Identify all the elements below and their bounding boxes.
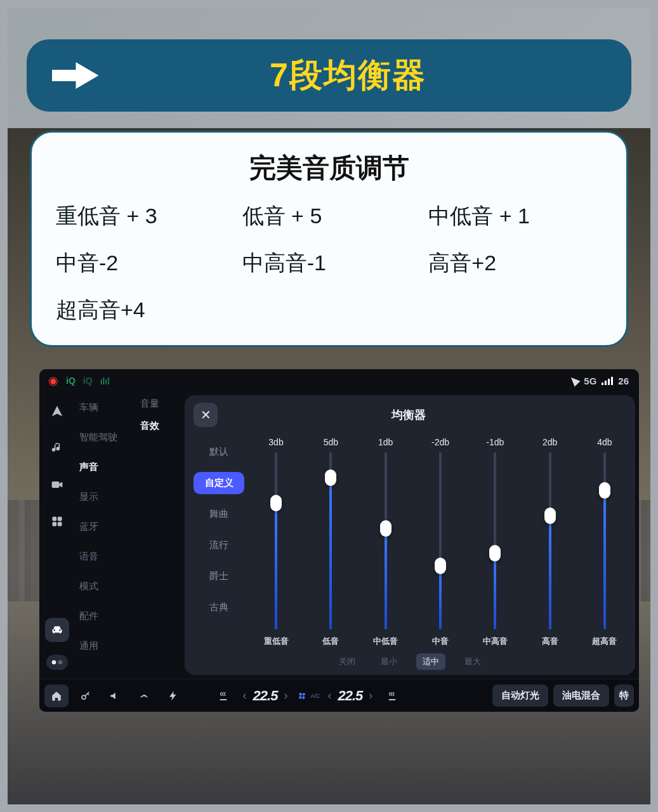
home-button[interactable] <box>44 684 69 707</box>
bottom-climate-bar: ‹ 22.5 › 自动 A/C A/C ‹ 22.5 › 自动灯光 油电混合 特 <box>39 679 639 712</box>
rail-apps-icon[interactable] <box>45 509 69 534</box>
info-item: 低音 + 5 <box>242 202 416 231</box>
preset-dance[interactable]: 舞曲 <box>194 503 244 525</box>
menu-item-accessory[interactable]: 配件 <box>74 606 140 626</box>
slider-band-label: 高音 <box>542 636 558 647</box>
svg-rect-3 <box>52 522 56 527</box>
record-icon: ◉ <box>48 374 58 388</box>
info-card: 完美音质调节 重低音 + 3 低音 + 5 中低音 + 1 中音-2 中高音-1… <box>30 131 628 347</box>
temp-right-up[interactable]: › <box>366 689 375 702</box>
eq-slider[interactable]: 3db重低音 <box>260 437 293 647</box>
rail-nav-icon[interactable] <box>45 399 69 423</box>
car-infotainment-panel: ◉ iQ iQ ılıl 5G 26 车辆 智能驾驶 声音 显示 <box>39 369 639 712</box>
menu-item-voice[interactable]: 语音 <box>74 547 140 566</box>
submenu-volume[interactable]: 音量 <box>140 398 185 410</box>
slider-track[interactable] <box>275 452 277 629</box>
hybrid-button[interactable]: 油电混合 <box>553 684 609 707</box>
temp-left-down[interactable]: ‹ <box>240 689 249 702</box>
svg-rect-1 <box>52 517 56 521</box>
info-item: 超高音+4 <box>56 296 230 325</box>
info-item: 中高音-1 <box>242 249 416 278</box>
slider-thumb[interactable] <box>489 545 501 561</box>
menu-item-display[interactable]: 显示 <box>74 487 140 507</box>
eq-slider[interactable]: -1db中高音 <box>478 437 511 647</box>
chip-off[interactable]: 关闭 <box>332 653 362 670</box>
slider-thumb[interactable] <box>380 520 392 537</box>
slider-db-label: 4db <box>597 437 612 447</box>
slider-track[interactable] <box>494 452 496 629</box>
info-item: 中低音 + 1 <box>428 202 602 231</box>
iq-badge-icon: iQ <box>83 376 93 386</box>
svg-rect-0 <box>51 481 59 488</box>
title-banner: 7段均衡器 <box>27 39 631 112</box>
preset-jazz[interactable]: 爵士 <box>194 565 244 587</box>
link-icon[interactable] <box>132 684 156 707</box>
slider-db-label: 2db <box>543 437 557 447</box>
slider-track[interactable] <box>549 452 551 629</box>
rail-car-icon[interactable] <box>45 618 69 642</box>
menu-item-bluetooth[interactable]: 蓝牙 <box>74 517 140 537</box>
submenu-effect[interactable]: 音效 <box>140 420 185 432</box>
status-extra: 26 <box>618 376 629 386</box>
slider-band-label: 低音 <box>322 636 339 647</box>
menu-item-mode[interactable]: 模式 <box>74 577 140 596</box>
preset-custom[interactable]: 自定义 <box>194 472 244 494</box>
slider-db-label: -2db <box>431 437 449 447</box>
status-bar: ◉ iQ iQ ılıl 5G 26 <box>39 369 639 390</box>
slider-band-label: 中高音 <box>483 636 508 647</box>
equalizer-title: 均衡器 <box>194 407 624 422</box>
eq-slider[interactable]: 5db低音 <box>314 437 347 647</box>
slider-band-label: 重低音 <box>264 636 289 647</box>
menu-item-vehicle[interactable]: 车辆 <box>74 398 140 417</box>
rail-video-icon[interactable] <box>45 473 69 497</box>
chip-mid[interactable]: 适中 <box>416 653 445 670</box>
eq-slider[interactable]: 4db超高音 <box>588 437 621 647</box>
rail-toggle-icon[interactable] <box>46 655 68 670</box>
slider-thumb[interactable] <box>270 495 282 511</box>
slider-thumb[interactable] <box>325 469 336 486</box>
eq-slider[interactable]: 2db高音 <box>534 437 567 647</box>
menu-item-adas[interactable]: 智能驾驶 <box>74 428 140 447</box>
chip-min[interactable]: 最小 <box>374 653 404 670</box>
iq-badge-icon: iQ <box>66 376 76 386</box>
auto-light-button[interactable]: 自动灯光 <box>492 684 548 707</box>
slider-db-label: 1db <box>378 437 393 447</box>
bolt-icon[interactable] <box>161 684 185 707</box>
eq-slider[interactable]: 1db中低音 <box>369 437 402 647</box>
eq-slider[interactable]: -2db中音 <box>424 437 457 647</box>
temp-left-up[interactable]: › <box>281 689 290 702</box>
slider-track[interactable] <box>439 452 442 629</box>
menu-item-sound[interactable]: 声音 <box>74 457 140 477</box>
signal-icon <box>602 376 613 385</box>
seat-heat-left-icon[interactable] <box>211 684 235 707</box>
rail-music-icon[interactable] <box>45 436 69 460</box>
horn-icon[interactable] <box>103 684 127 707</box>
slider-thumb[interactable] <box>599 482 610 499</box>
eq-slider-group: 3db重低音5db低音1db中低音-2db中音-1db中高音2db高音4db超高… <box>254 435 626 647</box>
extra-button[interactable]: 特 <box>614 684 634 707</box>
slider-track[interactable] <box>385 452 387 629</box>
slider-track[interactable] <box>329 452 332 629</box>
chip-max[interactable]: 最大 <box>458 653 487 670</box>
preset-default[interactable]: 默认 <box>194 441 244 463</box>
temp-left-value: 22.5 <box>253 688 278 704</box>
svg-rect-4 <box>57 522 62 527</box>
preset-classic[interactable]: 古典 <box>194 596 244 619</box>
location-icon <box>569 374 581 386</box>
slider-track[interactable] <box>603 452 606 629</box>
temp-right-down[interactable]: ‹ <box>325 689 334 702</box>
slider-thumb[interactable] <box>544 508 556 524</box>
info-item: 中音-2 <box>56 249 230 278</box>
key-icon[interactable] <box>74 684 98 707</box>
svg-point-7 <box>82 695 86 699</box>
svg-point-8 <box>301 695 304 697</box>
menu-item-general[interactable]: 通用 <box>74 636 140 656</box>
preset-pop[interactable]: 流行 <box>194 534 244 556</box>
seat-heat-right-icon[interactable] <box>380 684 404 707</box>
slider-thumb[interactable] <box>435 558 446 574</box>
fan-center[interactable]: 自动 A/C A/C <box>295 689 320 703</box>
network-label: 5G <box>584 376 596 386</box>
soundwave-icon: ılıl <box>100 376 110 386</box>
info-item: 高音+2 <box>428 249 602 278</box>
eq-preset-list: 默认 自定义 舞曲 流行 爵士 古典 <box>194 435 244 647</box>
